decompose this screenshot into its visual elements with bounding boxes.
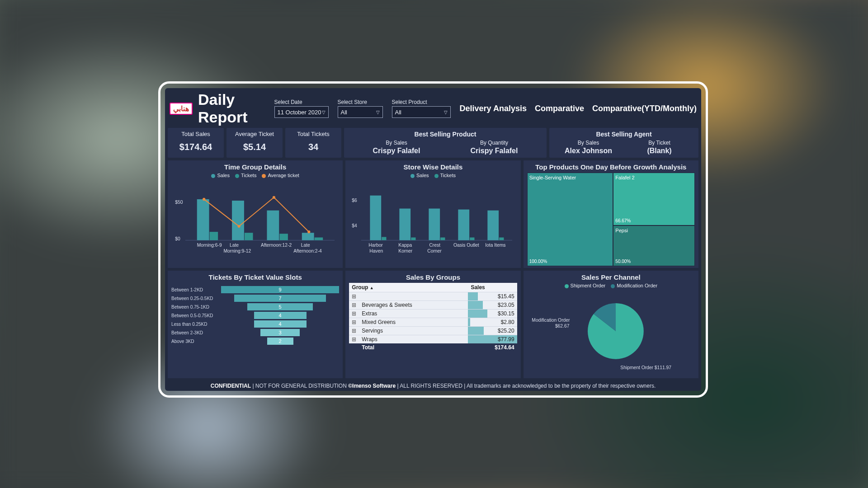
treemap-item[interactable]: Falafel 2 66.67%	[613, 173, 695, 225]
funnel-row: Between 0.5-0.75KD4	[171, 312, 339, 319]
footer-text: | NOT FOR GENERAL DISTRIBUTION	[251, 383, 348, 389]
legend-avg: Average ticket	[268, 173, 299, 178]
svg-rect-32	[488, 211, 499, 240]
legend-sales: Sales	[416, 173, 429, 178]
kpi-avg-ticket: Average Ticket $5.14	[226, 128, 283, 158]
svg-rect-4	[210, 232, 218, 240]
nav-delivery[interactable]: Delivery Analysis	[460, 104, 527, 113]
funnel-label: Between 0.5-0.75KD	[171, 313, 221, 318]
nav-comparative[interactable]: Comparative	[535, 104, 584, 113]
pie-label-ship: Shipment Order $111.97	[620, 365, 671, 370]
best-agent-byticket-label: By Ticket	[624, 140, 695, 146]
funnel-row: Above 3KD2	[171, 338, 339, 345]
footer: CONFIDENTIAL | NOT FOR GENERAL DISTRIBUT…	[165, 381, 701, 391]
filter-product: Select Product All ▽	[392, 99, 451, 118]
funnel-row: Between 1-2KD9	[171, 286, 339, 293]
treemap-label: Falafel 2	[615, 175, 634, 180]
table-row[interactable]: ⊞Wraps$77.99	[349, 335, 517, 344]
date-select[interactable]: 11 October 2020 ▽	[274, 106, 329, 118]
legend-shipment: Shipment Order	[571, 283, 606, 288]
channel-pie: Modification Order $62.67 Shipment Order…	[527, 289, 695, 373]
filter-store: Select Store All ▽	[338, 99, 383, 118]
product-select-value: All	[395, 109, 401, 116]
kpi-value: $5.14	[230, 142, 279, 152]
svg-rect-8	[279, 234, 288, 240]
svg-rect-33	[499, 238, 504, 240]
svg-text:Korner: Korner	[399, 249, 413, 253]
panel-groups: Sales By Groups Group ▲ Sales ⊞$15.45⊞Be…	[345, 271, 520, 378]
chevron-down-icon: ▽	[444, 110, 448, 115]
treemap-item[interactable]: Single-Serving Water 100.00%	[527, 173, 613, 266]
svg-text:$6: $6	[352, 198, 358, 203]
funnel-label: Above 3KD	[171, 339, 221, 344]
funnel-bar[interactable]: 4	[254, 320, 307, 328]
group-name: Wraps	[359, 335, 468, 344]
pie-wrap: Modification Order $62.67 Shipment Order…	[527, 289, 695, 376]
table-row[interactable]: ⊞Extras$30.15	[349, 310, 517, 318]
treemap-item[interactable]: Pepsi 50.00%	[613, 225, 695, 266]
group-name	[359, 292, 468, 301]
funnel-body: Between 1-2KD9Between 0.25-0.5KD7Between…	[171, 283, 339, 376]
panel-title: Sales Per Channel	[527, 273, 695, 281]
expand-icon[interactable]: ⊞	[349, 335, 359, 344]
svg-text:Corner: Corner	[428, 249, 442, 253]
nav-ytd[interactable]: Comparative(YTD/Monthly)	[592, 104, 697, 113]
best-product-bysales-value: Crispy Falafel	[348, 147, 445, 155]
best-agent-bysales-value: Alex Johnson	[553, 147, 624, 155]
best-product-title: Best Selling Product	[348, 131, 543, 138]
kpi-label: Total Sales	[171, 131, 220, 137]
svg-text:Iota Items: Iota Items	[486, 243, 506, 248]
svg-text:Haven: Haven	[370, 249, 383, 253]
expand-icon[interactable]: ⊞	[349, 310, 359, 318]
product-select[interactable]: All ▽	[392, 106, 451, 118]
filter-store-label: Select Store	[338, 99, 383, 105]
svg-text:Harbor: Harbor	[369, 243, 383, 248]
kpi-total-tickets: Total Tickets 34	[285, 128, 341, 158]
group-sales: $77.99	[468, 335, 517, 344]
funnel-bar[interactable]: 7	[234, 295, 326, 302]
pie-label-mod: Modification Order	[532, 318, 570, 323]
col-sales[interactable]: Sales	[468, 283, 517, 292]
panel-title: Top Products One Day Before Growth Analy…	[527, 163, 695, 171]
funnel-bar[interactable]: 9	[221, 286, 339, 293]
svg-rect-3	[197, 199, 209, 240]
brand-logo: هنابي	[170, 103, 193, 115]
expand-icon[interactable]: ⊞	[349, 292, 359, 301]
table-row[interactable]: ⊞$15.45	[349, 292, 517, 301]
funnel-bar[interactable]: 2	[267, 338, 293, 345]
treemap-label: Single-Serving Water	[529, 175, 576, 180]
panel-top-growth: Top Products One Day Before Growth Analy…	[524, 160, 698, 268]
svg-rect-28	[429, 209, 440, 240]
expand-icon[interactable]: ⊞	[349, 318, 359, 327]
expand-icon[interactable]: ⊞	[349, 301, 359, 310]
kpi-label: Average Ticket	[230, 131, 279, 137]
treemap-label: Pepsi	[615, 228, 628, 233]
funnel-row: Between 2-3KD3	[171, 329, 339, 336]
table-row[interactable]: ⊞Mixed Greens$2.80	[349, 318, 517, 327]
filter-date: Select Date 11 October 2020 ▽	[274, 99, 329, 118]
panel-title: Store Wise Details	[349, 163, 517, 171]
funnel-bar[interactable]: 4	[254, 312, 307, 319]
funnel-label: Between 2-3KD	[171, 330, 221, 335]
svg-rect-9	[302, 233, 314, 240]
kpi-label: Total Tickets	[289, 131, 338, 137]
footer-copyright: ©Imenso Software	[348, 383, 396, 389]
table-row[interactable]: ⊞Servings$25.20	[349, 327, 517, 335]
panels-grid: Time Group Details Sales Tickets Average…	[165, 158, 701, 381]
group-name: Mixed Greens	[359, 318, 468, 327]
funnel-bar[interactable]: 5	[247, 303, 313, 310]
store-select[interactable]: All ▽	[338, 106, 383, 118]
funnel-label: Between 0.75-1KD	[171, 305, 221, 310]
best-agent-card: Best Selling Agent By Sales Alex Johnson…	[549, 128, 698, 158]
nav-links: Delivery Analysis Comparative Comparativ…	[460, 104, 697, 113]
funnel-label: Between 1-2KD	[171, 287, 221, 292]
table-row[interactable]: ⊞Beverages & Sweets$23.05	[349, 301, 517, 310]
legend: Sales Tickets	[349, 173, 517, 178]
kpi-value: $174.64	[171, 142, 220, 152]
best-agent-bysales-label: By Sales	[553, 140, 624, 146]
svg-point-11	[203, 198, 205, 201]
legend-modification: Modification Order	[617, 283, 657, 288]
col-group[interactable]: Group ▲	[349, 283, 468, 292]
expand-icon[interactable]: ⊞	[349, 327, 359, 335]
funnel-bar[interactable]: 3	[260, 329, 300, 336]
